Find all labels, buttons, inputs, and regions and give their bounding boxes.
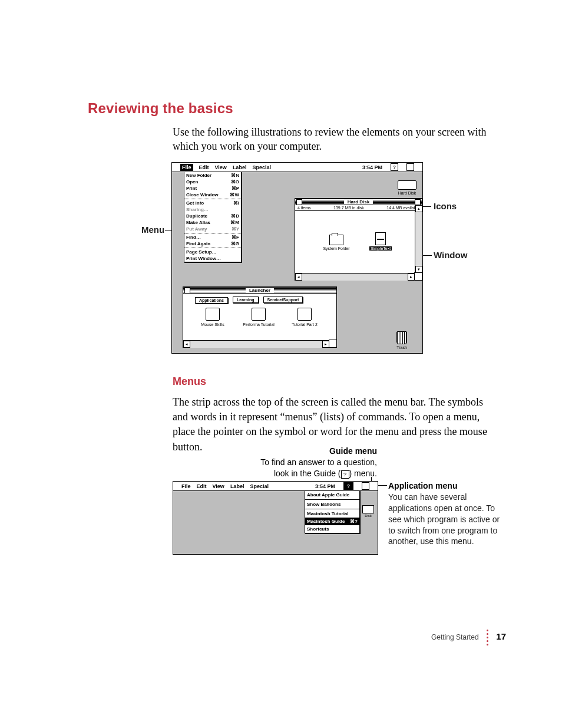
lead-line	[422, 255, 432, 256]
resize-box[interactable]	[414, 272, 422, 281]
hard-disk-desktop-icon[interactable]: Hard Disk	[395, 180, 419, 195]
menu-item[interactable]: About Apple Guide	[305, 491, 359, 499]
menubar-clock: 3:54 PM	[315, 483, 335, 489]
menu-item[interactable]: Sharing…	[184, 206, 241, 213]
callout-icons: Icons	[434, 201, 457, 211]
menu-item[interactable]: Put Away⌘Y	[184, 226, 241, 232]
application-menu-icon[interactable]	[362, 482, 369, 490]
menu-item[interactable]: Show Balloons	[305, 500, 359, 508]
drive-icon	[362, 505, 374, 513]
doc-label: SimpleText	[369, 246, 392, 251]
application-menu-icon[interactable]	[406, 163, 414, 171]
launcher-tabs: Applications Learning Service/Support	[183, 294, 336, 304]
guide-caption-line2: look in the Guide (?) menu.	[173, 468, 377, 479]
subsection-heading: Menus	[173, 375, 206, 388]
app-icon	[252, 308, 266, 321]
menu-item[interactable]: Page Setup…	[184, 249, 241, 255]
menu-item-label: Macintosh Guide	[307, 519, 345, 524]
app-label: Mouse Skills	[193, 322, 233, 327]
help-menu-icon[interactable]: ?	[391, 163, 398, 171]
disk-desktop-icon[interactable]: Disk	[361, 505, 376, 518]
window-title: Hard Disk	[344, 199, 373, 205]
app-icon	[206, 308, 220, 321]
file-menu-dropdown: New Folder⌘NOpen⌘OPrint⌘PClose Window⌘WG…	[184, 172, 242, 262]
footer-section: Getting Started	[431, 633, 479, 641]
menu-file[interactable]: File	[181, 483, 191, 489]
menu-special[interactable]: Special	[250, 483, 269, 489]
menu-edit[interactable]: Edit	[197, 483, 207, 489]
tab-service-support[interactable]: Service/Support	[263, 297, 303, 303]
menu-item[interactable]: Macintosh Tutorial	[305, 510, 359, 518]
launcher-title: Launcher	[246, 288, 274, 293]
window-titlebar[interactable]: Hard Disk	[295, 199, 422, 205]
menu-item[interactable]: Find…⌘F	[184, 234, 241, 241]
menubar: File Edit View Label Special 3:54 PM ?	[172, 163, 422, 172]
menu-item[interactable]: Get Info⌘I	[184, 200, 241, 206]
menu-item[interactable]: Close Window⌘W	[184, 192, 241, 198]
guide-menu-dropdown: About Apple Guide Show Balloons Macintos…	[305, 490, 360, 533]
menu-label[interactable]: Label	[233, 164, 247, 170]
menu-item[interactable]: Make Alias⌘M	[184, 219, 241, 226]
folder-icon	[329, 235, 343, 245]
app-label: Performa Tutorial	[239, 322, 279, 327]
app-performa-tutorial[interactable]: Performa Tutorial	[239, 308, 279, 327]
menu-label[interactable]: Label	[230, 483, 244, 489]
menubar: File Edit View Label Special 3:54 PM ?	[173, 482, 378, 491]
application-menu-callout: Application menu You can have several ap…	[388, 480, 506, 547]
footer-dots	[487, 628, 488, 647]
menubar-clock: 3:54 PM	[362, 164, 382, 170]
trash-can-icon	[396, 331, 407, 344]
app-icon	[297, 308, 312, 321]
section-heading: Reviewing the basics	[88, 100, 506, 117]
page-footer: Getting Started 17	[0, 628, 506, 647]
lead-line	[378, 485, 387, 486]
appmenu-body: You can have several applications open a…	[388, 492, 506, 547]
zoom-box[interactable]	[415, 199, 421, 205]
app-tutorial-part-2[interactable]: Tutorial Part 2	[285, 308, 325, 327]
drive-icon	[398, 180, 416, 190]
info-disk: 139.7 MB in disk	[333, 206, 364, 210]
appmenu-title: Application menu	[388, 480, 506, 492]
menu-item[interactable]: Open⌘O	[184, 179, 241, 185]
menu-file[interactable]: File	[180, 164, 193, 171]
close-box[interactable]	[184, 288, 190, 294]
window-content: System Folder SimpleText	[295, 211, 422, 270]
page-number: 17	[496, 631, 506, 641]
intro-paragraph: Use the following illustrations to revie…	[173, 125, 491, 154]
menu-view[interactable]: View	[213, 483, 224, 489]
system-folder-icon[interactable]: System Folder	[319, 235, 354, 251]
menu-item[interactable]: Duplicate⌘D	[184, 213, 241, 219]
menu-item[interactable]: Print⌘P	[184, 185, 241, 192]
hard-disk-label: Hard Disk	[395, 191, 419, 195]
menu-special[interactable]: Special	[252, 164, 271, 170]
help-menu-icon[interactable]: ?	[343, 482, 353, 490]
close-box[interactable]	[296, 199, 302, 205]
figure-desktop: File Edit View Label Special 3:54 PM ? N…	[171, 162, 423, 354]
scroll-left-arrow[interactable]: ◂	[183, 341, 190, 348]
menu-item-selected[interactable]: Macintosh Guide⌘?	[305, 518, 359, 525]
tab-learning[interactable]: Learning	[233, 297, 259, 303]
menu-view[interactable]: View	[215, 164, 227, 170]
finder-window: Hard Disk 4 items 139.7 MB in disk 14.4 …	[295, 198, 422, 281]
menu-item[interactable]: Print Window…	[184, 255, 241, 262]
trash-icon[interactable]: Trash	[392, 331, 412, 350]
menu-edit[interactable]: Edit	[199, 164, 209, 170]
launcher-titlebar[interactable]: Launcher	[183, 287, 336, 294]
info-items: 4 items	[297, 206, 311, 210]
guide-caption-line1: To find an answer to a question,	[173, 457, 377, 468]
horizontal-scrollbar[interactable]: ◂ ▸	[295, 273, 415, 281]
horizontal-scrollbar[interactable]: ◂ ▸	[183, 340, 329, 348]
menu-item[interactable]: Find Again⌘G	[184, 241, 241, 247]
app-mouse-skills[interactable]: Mouse Skills	[193, 308, 233, 327]
scroll-up-arrow[interactable]: ▴	[415, 205, 422, 212]
resize-box[interactable]	[329, 340, 337, 348]
menu-item[interactable]: Shortcuts	[305, 525, 359, 533]
menu-item[interactable]: New Folder⌘N	[184, 172, 241, 179]
callout-menu: Menu	[141, 225, 164, 235]
guide-menu-caption: Guide menu To find an answer to a questi…	[173, 446, 377, 479]
vertical-scrollbar[interactable]: ▴ ▾	[415, 205, 422, 273]
scroll-left-arrow[interactable]: ◂	[295, 274, 302, 281]
simpletext-icon[interactable]: SimpleText	[363, 232, 398, 251]
tab-applications[interactable]: Applications	[195, 297, 228, 304]
guide-caption-title: Guide menu	[173, 446, 377, 457]
